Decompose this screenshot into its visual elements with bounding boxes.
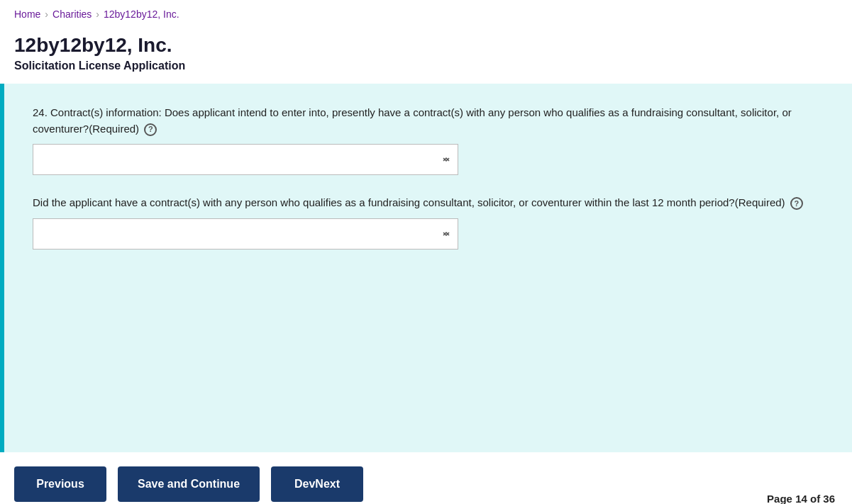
main-content: 24. Contract(s) information: Does applic…	[0, 84, 852, 452]
question-2-block: Did the applicant have a contract(s) wit…	[33, 195, 824, 250]
question-2-dropdown[interactable]: Yes No	[33, 218, 458, 250]
breadcrumb: Home › Charities › 12by12by12, Inc.	[0, 0, 852, 28]
question-1-help-icon[interactable]: ?	[144, 123, 157, 136]
breadcrumb-sep-1: ›	[45, 9, 48, 20]
breadcrumb-home[interactable]: Home	[14, 9, 40, 20]
page-header: 12by12by12, Inc. Solicitation License Ap…	[0, 28, 852, 84]
question-1-label: 24. Contract(s) information: Does applic…	[33, 105, 824, 137]
breadcrumb-charities[interactable]: Charities	[52, 9, 92, 20]
question-2-text: Did the applicant have a contract(s) wit…	[33, 196, 785, 208]
form-area: 24. Contract(s) information: Does applic…	[4, 84, 852, 452]
question-1-dropdown[interactable]: Yes No	[33, 144, 458, 175]
breadcrumb-current: 12by12by12, Inc.	[104, 9, 179, 20]
button-row: Previous Save and Continue DevNext	[0, 452, 852, 504]
question-1-block: 24. Contract(s) information: Does applic…	[33, 105, 824, 175]
save-continue-button[interactable]: Save and Continue	[118, 466, 260, 502]
breadcrumb-sep-2: ›	[96, 9, 99, 20]
pagination-info: Page 14 of 36	[767, 493, 835, 504]
dev-next-button[interactable]: DevNext	[271, 466, 363, 502]
question-2-label: Did the applicant have a contract(s) wit…	[33, 195, 824, 211]
page-subtitle: Solicitation License Application	[14, 60, 838, 72]
page-title: 12by12by12, Inc.	[14, 34, 838, 57]
previous-button[interactable]: Previous	[14, 466, 106, 502]
question-2-help-icon[interactable]: ?	[790, 197, 803, 210]
